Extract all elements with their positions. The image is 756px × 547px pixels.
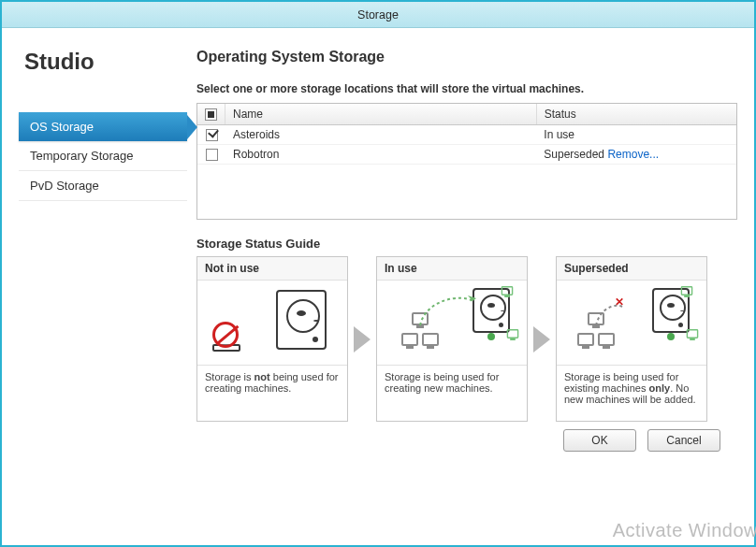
row-status: Superseded Remove... (536, 145, 736, 164)
pc-icon (681, 286, 693, 295)
main-panel: Operating System Storage Select one or m… (196, 45, 737, 532)
table-header: Name Status (197, 104, 736, 125)
card-body: ✕ (557, 281, 706, 365)
guide-row: Not in use Storage is not being used for… (196, 256, 737, 422)
sidebar-item-pvd-storage[interactable]: PvD Storage (19, 171, 187, 201)
remove-link[interactable]: Remove... (607, 148, 659, 161)
pc-icon (577, 333, 594, 346)
pc-icon (598, 333, 615, 346)
pc-icon (687, 329, 699, 338)
storage-table: Name Status Asteroids In use Robotron (196, 103, 737, 220)
arrow-right-icon (533, 326, 550, 353)
curve-arrow-icon (594, 301, 632, 329)
column-header-name[interactable]: Name (225, 104, 537, 124)
storage-dialog: Storage Studio OS Storage Temporary Stor… (0, 0, 756, 547)
column-header-status[interactable]: Status (537, 104, 736, 124)
card-text: Storage is being used for creating new m… (377, 365, 527, 421)
dialog-footer: OK Cancel (196, 422, 737, 465)
sidebar-item-label: Temporary Storage (30, 149, 134, 163)
instruction-text: Select one or more storage locations tha… (196, 82, 737, 95)
row-name: Robotron (225, 145, 536, 164)
sidebar: Studio OS Storage Temporary Storage PvD … (19, 45, 187, 532)
curve-arrow-icon (418, 294, 474, 331)
pc-icon (502, 286, 514, 295)
window-title: Storage (357, 8, 399, 22)
guide-card-superseded: Superseded ✕ (556, 256, 707, 422)
sidebar-item-label: OS Storage (30, 120, 94, 134)
table-row[interactable]: Robotron Superseded Remove... (197, 145, 736, 165)
select-all-checkbox[interactable] (205, 108, 217, 121)
disk-icon (276, 290, 327, 350)
sidebar-item-temporary-storage[interactable]: Temporary Storage (19, 141, 187, 171)
row-status: In use (536, 125, 736, 144)
pc-icon (422, 333, 439, 346)
dot-icon (487, 333, 495, 340)
sidebar-item-os-storage[interactable]: OS Storage (19, 112, 187, 141)
cancel-button[interactable]: Cancel (647, 429, 720, 452)
row-checkbox[interactable] (206, 149, 218, 161)
guide-card-not-in-use: Not in use Storage is not being used for… (196, 256, 348, 422)
sidebar-item-label: PvD Storage (30, 179, 99, 193)
guide-title: Storage Status Guide (196, 237, 737, 251)
header-select-all[interactable] (197, 104, 225, 124)
pc-icon (401, 333, 418, 346)
table-row[interactable]: Asteroids In use (197, 125, 736, 145)
table-body: Asteroids In use Robotron Superseded Rem… (197, 125, 736, 165)
arrow-right-icon (354, 326, 371, 353)
card-title: Superseded (557, 257, 706, 281)
card-body (197, 281, 347, 365)
prohibited-icon (212, 322, 239, 348)
card-title: In use (377, 257, 527, 281)
titlebar: Storage (2, 2, 754, 28)
card-body (377, 281, 527, 365)
page-title: Operating System Storage (196, 49, 737, 65)
card-text: Storage is being used for existing machi… (557, 365, 706, 421)
row-name: Asteroids (225, 125, 536, 144)
sidebar-heading: Studio (24, 49, 187, 75)
dialog-body: Studio OS Storage Temporary Storage PvD … (2, 28, 754, 545)
guide-card-in-use: In use (376, 256, 528, 422)
card-title: Not in use (197, 257, 347, 281)
pc-icon (507, 329, 519, 338)
ok-button[interactable]: OK (563, 429, 636, 452)
dot-icon (667, 333, 675, 340)
row-checkbox[interactable] (206, 129, 218, 141)
card-text: Storage is not being used for creating m… (197, 365, 347, 421)
